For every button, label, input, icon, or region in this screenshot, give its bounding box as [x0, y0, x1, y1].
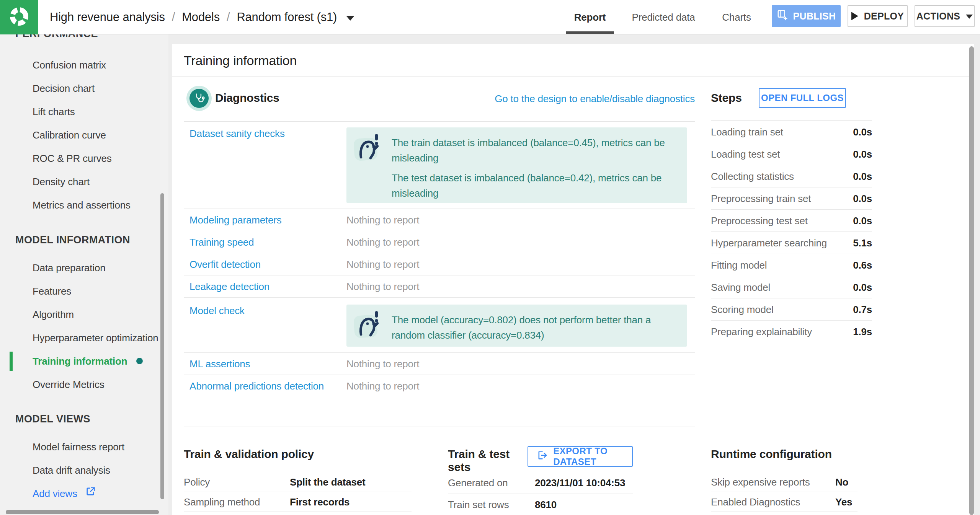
step-row: Preprocessing test set 0.0s	[711, 210, 872, 232]
sidebar-item-lift-charts[interactable]: Lift charts	[0, 100, 168, 124]
modeling-parameters-link[interactable]: Modeling parameters	[189, 209, 281, 231]
sidebar-vertical-scrollbar[interactable]	[160, 193, 164, 499]
breadcrumb-model-name[interactable]: Random forest (s1)	[237, 10, 337, 24]
table-row: Policy Split the dataset	[184, 472, 412, 492]
diagnostic-row-training-speed: Training speed Nothing to report	[184, 231, 695, 253]
sidebar-section-performance: PERFORMANCE	[15, 34, 98, 40]
sidebar-item-model-fairness-report[interactable]: Model fairness report	[0, 435, 168, 459]
row-value: First records	[290, 492, 350, 512]
sidebar-group-model-views: Model fairness report Data drift analysi…	[0, 435, 168, 505]
step-label: Scoring model	[711, 298, 774, 320]
step-label: Saving model	[711, 276, 770, 298]
sidebar-item-algorithm[interactable]: Algorithm	[0, 303, 168, 326]
deploy-button[interactable]: DEPLOY	[848, 5, 908, 27]
dataiku-logo[interactable]	[0, 0, 38, 34]
step-row: Saving model 0.0s	[711, 276, 872, 298]
sidebar-item-training-information[interactable]: Training information	[0, 350, 168, 373]
main-vertical-scrollbar[interactable]	[969, 46, 974, 515]
title-divider	[172, 77, 974, 77]
runtime-configuration-table: Skip expensive reports No Enabled Diagno…	[711, 472, 858, 512]
sidebar-item-hyperparameter-optimization[interactable]: Hyperparameter optimization	[0, 326, 168, 350]
row-label: Sampling method	[184, 496, 260, 508]
actions-button[interactable]: ACTIONS	[915, 5, 975, 27]
runtime-configuration-title: Runtime configuration	[711, 448, 858, 465]
sidebar-item-confusion-matrix[interactable]: Confusion matrix	[0, 54, 168, 77]
dataiku-logo-icon	[7, 4, 32, 31]
model-dropdown-caret-icon[interactable]	[346, 16, 354, 21]
warning-bird-icon	[353, 310, 386, 339]
sidebar-group-model-information: Data preparation Features Algorithm Hype…	[0, 256, 168, 396]
tab-charts[interactable]: Charts	[718, 0, 755, 34]
sidebar-section-model-information: MODEL INFORMATION	[15, 232, 130, 248]
row-label: Enabled Diagnostics	[711, 496, 800, 508]
sidebar-item-roc-pr-curves[interactable]: ROC & PR curves	[0, 147, 168, 170]
sidebar-item-data-preparation[interactable]: Data preparation	[0, 256, 168, 280]
diagnostics-table: Dataset sanity checks The train dataset …	[184, 121, 695, 397]
model-report-window: High revenue analysis / Models / Random …	[0, 0, 980, 515]
breadcrumb-project[interactable]: High revenue analysis	[50, 10, 165, 24]
row-label: Policy	[184, 476, 210, 488]
row-value: Yes	[835, 492, 852, 512]
model-check-link[interactable]: Model check	[189, 305, 245, 317]
sidebar-item-metrics-assertions[interactable]: Metrics and assertions	[0, 194, 168, 217]
leakage-detection-link[interactable]: Leakage detection	[189, 275, 270, 298]
step-label: Preprocessing train set	[711, 187, 811, 209]
sidebar-group-performance: Confusion matrix Decision chart Lift cha…	[0, 54, 168, 217]
diagnostic-status: Nothing to report	[346, 231, 419, 253]
breadcrumb-models[interactable]: Models	[182, 10, 220, 24]
diagnostic-row-abnormal-predictions: Abnormal predictions detection Nothing t…	[184, 375, 695, 397]
sidebar-item-override-metrics[interactable]: Override Metrics	[0, 373, 168, 396]
sidebar-item-density-chart[interactable]: Density chart	[0, 170, 168, 194]
active-tab-underline	[566, 31, 614, 34]
overfit-detection-link[interactable]: Overfit detection	[189, 253, 261, 275]
publish-dashboard-icon	[777, 9, 788, 23]
row-value: 8610	[535, 494, 557, 515]
dataset-sanity-checks-link[interactable]: Dataset sanity checks	[189, 128, 285, 140]
row-value: Split the dataset	[290, 472, 365, 492]
step-label: Loading test set	[711, 143, 780, 165]
training-speed-link[interactable]: Training speed	[189, 231, 254, 253]
sidebar-item-calibration-curve[interactable]: Calibration curve	[0, 124, 168, 147]
export-button-label: EXPORT TO DATASET	[553, 446, 624, 467]
step-duration: 1.9s	[853, 321, 872, 343]
step-duration: 0.0s	[853, 187, 872, 209]
publish-button-label: PUBLISH	[793, 11, 836, 22]
sidebar-horizontal-scrollbar[interactable]	[6, 510, 159, 514]
diagnostic-status: Nothing to report	[346, 275, 419, 298]
row-label: Generated on	[448, 477, 508, 489]
row-label: Train set rows	[448, 499, 509, 510]
sidebar-item-features[interactable]: Features	[0, 280, 168, 303]
step-label: Preparing explainability	[711, 321, 812, 343]
export-icon	[537, 450, 547, 463]
top-header: High revenue analysis / Models / Random …	[0, 0, 980, 34]
diagnostic-row-ml-assertions: ML assertions Nothing to report	[184, 353, 695, 375]
table-row: Skip expensive reports No	[711, 472, 858, 492]
play-icon	[851, 12, 858, 20]
step-row: Hyperparameter searching 5.1s	[711, 232, 872, 254]
tab-predicted-data[interactable]: Predicted data	[630, 0, 697, 34]
add-views-label: Add views	[33, 488, 77, 499]
sidebar-item-decision-chart[interactable]: Decision chart	[0, 77, 168, 100]
diagnostics-bottom-divider	[184, 427, 695, 427]
sidebar-item-add-views[interactable]: Add views	[0, 482, 168, 505]
model-check-messages: The model (accuracy=0.802) does not perf…	[392, 310, 677, 341]
table-row: Train set rows 8610	[448, 494, 633, 515]
external-link-icon	[85, 482, 96, 505]
report-sidebar: PERFORMANCE Confusion matrix Decision ch…	[0, 34, 168, 515]
sidebar-item-data-drift-analysis[interactable]: Data drift analysis	[0, 459, 168, 482]
active-item-bar	[10, 352, 13, 371]
open-full-logs-button[interactable]: OPEN FULL LOGS	[759, 88, 846, 108]
alert-message: The test dataset is imbalanced (balance=…	[392, 170, 677, 201]
step-duration: 5.1s	[853, 232, 872, 254]
publish-button[interactable]: PUBLISH	[772, 5, 841, 27]
table-row: Sampling method First records	[184, 492, 412, 512]
go-to-design-link[interactable]: Go to the design to enable/disable diagn…	[184, 93, 695, 105]
step-duration: 0.0s	[853, 276, 872, 298]
export-to-dataset-button[interactable]: EXPORT TO DATASET	[528, 446, 633, 467]
active-item-dot	[136, 358, 143, 364]
train-test-sets-section: Train & test sets EXPORT TO DATASET Gene…	[448, 448, 633, 515]
abnormal-predictions-link[interactable]: Abnormal predictions detection	[189, 375, 324, 397]
tab-report[interactable]: Report	[566, 0, 614, 34]
ml-assertions-link[interactable]: ML assertions	[189, 353, 250, 375]
train-test-sets-title: Train & test sets	[448, 448, 513, 465]
